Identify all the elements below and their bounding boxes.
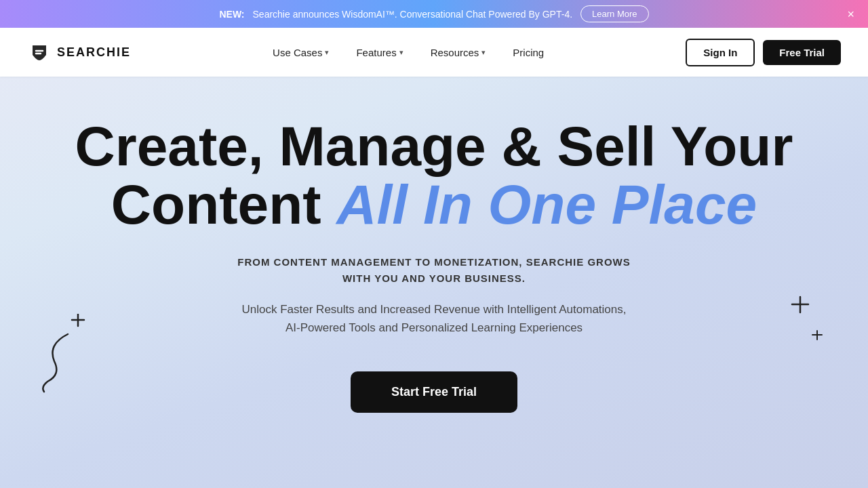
logo-text: SEARCHIE [57, 45, 131, 60]
announcement-bar: NEW: Searchie announces WisdomAI™. Conve… [0, 0, 868, 28]
start-free-trial-button[interactable]: Start Free Trial [351, 371, 517, 413]
nav-actions: Sign In Free Trial [686, 39, 841, 66]
nav-resources[interactable]: Resources ▾ [420, 41, 497, 64]
hero-section: Create, Manage & Sell YourContent All In… [0, 77, 868, 440]
announcement-new-badge: NEW: [219, 9, 244, 20]
hero-title-highlight: All In One Place [336, 174, 757, 235]
deco-left [34, 314, 102, 398]
use-cases-chevron-icon: ▾ [325, 48, 329, 57]
hero-subtitle: FROM CONTENT MANAGEMENT TO MONETIZATION,… [237, 254, 630, 287]
navbar: SEARCHIE Use Cases ▾ Features ▾ Resource… [0, 28, 868, 77]
nav-features[interactable]: Features ▾ [345, 41, 414, 64]
logo-icon [27, 40, 52, 64]
nav-use-cases[interactable]: Use Cases ▾ [262, 41, 340, 64]
nav-links: Use Cases ▾ Features ▾ Resources ▾ Prici… [262, 41, 555, 64]
free-trial-nav-button[interactable]: Free Trial [763, 40, 841, 65]
deco-right [780, 293, 834, 364]
learn-more-button[interactable]: Learn More [580, 5, 648, 22]
hero-description: Unlock Faster Results and Increased Reve… [242, 300, 627, 337]
nav-pricing[interactable]: Pricing [502, 41, 555, 64]
hero-title: Create, Manage & Sell YourContent All In… [75, 117, 793, 234]
features-chevron-icon: ▾ [399, 48, 403, 57]
close-announcement-button[interactable]: × [847, 8, 854, 20]
sign-in-button[interactable]: Sign In [686, 39, 755, 66]
resources-chevron-icon: ▾ [481, 48, 486, 57]
announcement-message: Searchie announces WisdomAI™. Conversati… [253, 9, 573, 20]
logo[interactable]: SEARCHIE [27, 40, 131, 64]
